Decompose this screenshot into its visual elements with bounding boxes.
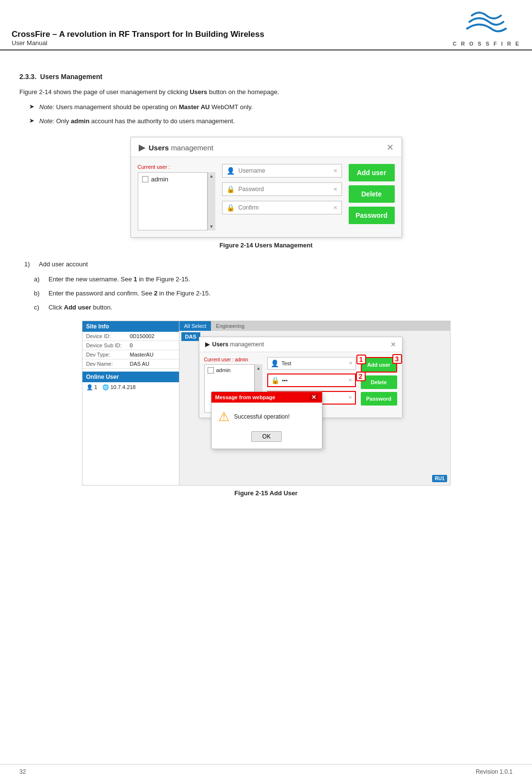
current-user-label-2: Current user : admin xyxy=(204,357,262,362)
site-info-table: Device ID: 0D150002 Device Sub ID: 0 Dev… xyxy=(82,332,179,369)
add-user-button-wrapper: Add user 3 xyxy=(361,357,397,373)
users-management-dialog: ▶ Users management ✕ Current user : admi… xyxy=(130,137,402,238)
dialog-close-button[interactable]: ✕ xyxy=(387,142,394,153)
badge-2: 2 xyxy=(356,372,366,381)
password-field: 🔒 ✕ xyxy=(222,182,342,196)
numbered-list: 1) Add user account xyxy=(24,260,513,270)
crossfire-logo xyxy=(465,6,508,40)
username-clear-2[interactable]: ✕ xyxy=(349,360,353,366)
admin-label: admin xyxy=(151,176,168,183)
sub-list: a) Enter the new username. See 1 in the … xyxy=(34,275,513,312)
password-clear-2[interactable]: ✕ xyxy=(348,377,352,383)
intro-text: Figure 2-14 shows the page of user manag… xyxy=(19,88,190,96)
logo-text: C R O S S F I R E xyxy=(452,41,520,47)
dialog2-titlebar: ▶ Users management ✕ xyxy=(199,337,402,352)
online-user-ip: 🌐 10.7.4.218 xyxy=(102,384,136,390)
scroll-up-arrow[interactable]: ▲ xyxy=(210,174,214,179)
delete-button-2[interactable]: Delete xyxy=(361,375,397,389)
dialog-buttons: Add user Delete Password xyxy=(349,164,395,230)
note-2: ➤ Note: Only admin account has the autho… xyxy=(19,116,513,127)
device-sub-id-row: Device Sub ID: 0 xyxy=(82,341,179,350)
dialog2-title-content: ▶ Users management xyxy=(205,341,264,348)
current-user-label: Current user : xyxy=(138,164,215,170)
badge-3: 3 xyxy=(392,354,402,364)
user-list-box[interactable]: admin xyxy=(138,172,208,230)
dev-name-value: DAS AU xyxy=(130,361,149,367)
dialog2-close-button[interactable]: ✕ xyxy=(390,341,396,348)
device-id-row: Device ID: 0D150002 xyxy=(82,332,179,341)
sub-text-b: Enter the password and confirm. See 2 in… xyxy=(48,289,210,299)
page-number: 32 xyxy=(19,768,26,775)
dev-type-label: Dev Type: xyxy=(86,352,130,358)
sub-item-c: c) Click Add user button. xyxy=(34,303,513,313)
page-footer: 32 Revision 1.0.1 xyxy=(0,764,532,775)
note-text-1: Note: Users management should be operati… xyxy=(39,102,253,113)
username-clear[interactable]: ✕ xyxy=(333,168,338,174)
confirm-clear-2[interactable]: ✕ xyxy=(348,395,352,400)
sub-letter-a: a) xyxy=(34,275,48,285)
password-input[interactable] xyxy=(239,186,329,193)
username-input[interactable] xyxy=(239,167,329,174)
figure-2-15: Site Info Device ID: 0D150002 Device Sub… xyxy=(19,321,513,497)
tab-all-select[interactable]: All Select xyxy=(179,321,211,331)
user-list-item-admin-2[interactable]: admin xyxy=(205,365,254,376)
add-user-button-2[interactable]: Add user xyxy=(361,357,397,373)
password-clear[interactable]: ✕ xyxy=(333,186,338,193)
warn-icon: ⚠ xyxy=(218,409,229,424)
confirm-input[interactable] xyxy=(239,204,329,211)
scrollbar[interactable]: ▲ ▼ xyxy=(208,172,215,230)
dialog-title-icon: ▶ xyxy=(139,143,145,153)
page-content: 2.3.3. Users Management Figure 2-14 show… xyxy=(0,50,532,522)
password-button-2[interactable]: Password xyxy=(361,392,397,406)
page-header: CrossFire – A revolution in RF Transport… xyxy=(0,0,532,50)
msg-popup-ok-button[interactable]: OK xyxy=(251,431,282,442)
msg-popup-close[interactable]: ✕ xyxy=(309,394,318,401)
username-icon: 👤 xyxy=(226,167,235,175)
tab-engineering[interactable]: Engineering xyxy=(211,321,249,331)
password-button[interactable]: Password xyxy=(349,207,395,224)
site-info-panel: Site Info Device ID: 0D150002 Device Sub… xyxy=(82,321,179,485)
password-icon: 🔒 xyxy=(226,185,235,193)
password-field-2: 🔒 ••• ✕ 2 xyxy=(267,374,356,387)
dialog-title-content: ▶ Users management xyxy=(139,143,213,153)
intro-end: button on the homepage. xyxy=(207,88,279,96)
note-1: ➤ Note: Users management should be opera… xyxy=(19,102,513,113)
dev-name-label: Dev Name: xyxy=(86,361,130,367)
sub-letter-c: c) xyxy=(34,303,48,313)
confirm-clear[interactable]: ✕ xyxy=(333,205,338,211)
dev-type-value: MasterAU xyxy=(130,352,154,358)
online-user-icon: 👤 1 xyxy=(86,384,97,390)
user-list-item-admin[interactable]: admin xyxy=(138,173,207,186)
username-field: 👤 ✕ xyxy=(222,164,342,178)
page-title: CrossFire – A revolution in RF Transport… xyxy=(12,30,264,39)
scroll-down-arrow[interactable]: ▼ xyxy=(210,224,214,229)
msg-popup-title: Message from webpage xyxy=(215,394,275,400)
section-heading: 2.3.3. Users Management xyxy=(19,73,513,81)
sub-item-a: a) Enter the new username. See 1 in the … xyxy=(34,275,513,285)
ru1-badge: RU1 xyxy=(432,475,447,482)
admin-label-2: admin xyxy=(216,367,231,373)
note-arrow-1: ➤ xyxy=(29,103,34,110)
dialog2-title-icon: ▶ xyxy=(205,341,210,348)
dev-type-row: Dev Type: MasterAU xyxy=(82,350,179,359)
msg-popup-header: Message from webpage ✕ xyxy=(211,392,322,403)
figure-2-15-composite: Site Info Device ID: 0D150002 Device Sub… xyxy=(82,321,451,486)
sub-text-c: Click Add user button. xyxy=(48,303,113,313)
scroll-up-arrow-2[interactable]: ▲ xyxy=(257,366,261,371)
admin-checkbox[interactable] xyxy=(142,176,148,182)
msg-popup-ok-area: OK xyxy=(211,431,322,449)
device-sub-id-label: Device Sub ID: xyxy=(86,342,130,348)
item-text-1: Add user account xyxy=(39,260,88,270)
note-arrow-2: ➤ xyxy=(29,117,34,124)
figure-2-14: ▶ Users management ✕ Current user : admi… xyxy=(19,137,513,249)
right-area: All Select Engineering DAS ▶ Users manag… xyxy=(179,321,450,485)
admin-checkbox-2[interactable] xyxy=(208,367,214,374)
username-value-2: Test xyxy=(282,360,346,366)
dev-name-row: Dev Name: DAS AU xyxy=(82,359,179,369)
add-user-button[interactable]: Add user xyxy=(349,164,395,181)
dialog-body: Current user : admin ▲ ▼ xyxy=(131,157,402,237)
dialog-titlebar: ▶ Users management ✕ xyxy=(131,137,402,157)
device-id-value: 0D150002 xyxy=(130,333,155,339)
revision: Revision 1.0.1 xyxy=(476,768,513,775)
delete-button[interactable]: Delete xyxy=(349,185,395,203)
